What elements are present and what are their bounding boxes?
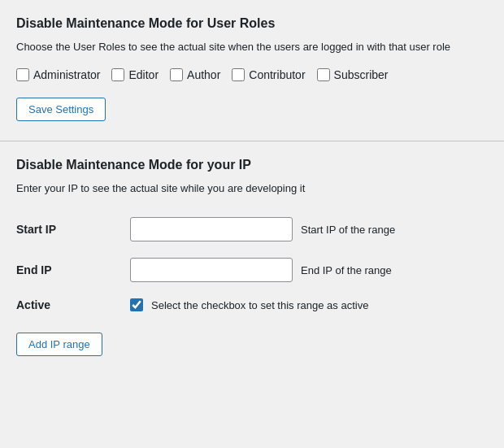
- active-row: Active Select the checkbox to set this r…: [16, 290, 488, 320]
- subscriber-checkbox[interactable]: [317, 68, 330, 81]
- active-description[interactable]: Select the checkbox to set this range as…: [151, 299, 368, 311]
- user-roles-description: Choose the User Roles to see the actual …: [16, 39, 488, 55]
- author-checkbox[interactable]: [170, 68, 183, 81]
- ip-section: Disable Maintenance Mode for your IP Ent…: [0, 141, 504, 376]
- subscriber-label[interactable]: Subscriber: [334, 68, 389, 81]
- end-ip-hint: End IP of the range: [301, 264, 392, 276]
- roles-checkbox-group: Administrator Editor Author Contributor …: [16, 68, 488, 81]
- administrator-checkbox[interactable]: [16, 68, 29, 81]
- ip-section-title: Disable Maintenance Mode for your IP: [16, 158, 488, 172]
- end-ip-label: End IP: [16, 263, 130, 276]
- administrator-label[interactable]: Administrator: [33, 68, 100, 81]
- contributor-label[interactable]: Contributor: [249, 68, 305, 81]
- contributor-checkbox[interactable]: [232, 68, 245, 81]
- editor-checkbox[interactable]: [111, 68, 124, 81]
- save-settings-button[interactable]: Save Settings: [16, 98, 106, 121]
- checkbox-item-subscriber[interactable]: Subscriber: [317, 68, 389, 81]
- start-ip-input[interactable]: [130, 217, 293, 241]
- end-ip-input[interactable]: [130, 258, 293, 282]
- author-label[interactable]: Author: [187, 68, 220, 81]
- checkbox-item-editor[interactable]: Editor: [111, 68, 159, 81]
- add-button-container: Add IP range: [16, 333, 488, 356]
- active-checkbox[interactable]: [130, 298, 143, 311]
- end-ip-content: End IP of the range: [130, 258, 392, 282]
- checkbox-item-contributor[interactable]: Contributor: [232, 68, 305, 81]
- start-ip-hint: Start IP of the range: [301, 224, 395, 236]
- start-ip-label: Start IP: [16, 223, 130, 236]
- user-roles-section: Disable Maintenance Mode for User Roles …: [0, 0, 504, 141]
- active-label: Active: [16, 298, 130, 311]
- add-ip-range-button[interactable]: Add IP range: [16, 333, 102, 356]
- start-ip-content: Start IP of the range: [130, 217, 395, 241]
- checkbox-item-author[interactable]: Author: [170, 68, 220, 81]
- start-ip-row: Start IP Start IP of the range: [16, 209, 488, 250]
- editor-label[interactable]: Editor: [128, 68, 159, 81]
- active-content: Select the checkbox to set this range as…: [130, 298, 368, 311]
- user-roles-title: Disable Maintenance Mode for User Roles: [16, 16, 488, 31]
- end-ip-row: End IP End IP of the range: [16, 250, 488, 290]
- ip-section-description: Enter your IP to see the actual site whi…: [16, 181, 488, 197]
- checkbox-item-administrator[interactable]: Administrator: [16, 68, 100, 81]
